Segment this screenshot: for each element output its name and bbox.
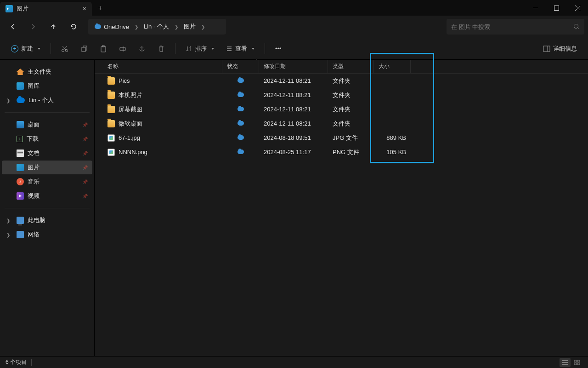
cloud-icon [237,78,244,83]
gallery-icon [17,82,24,90]
details-view-button[interactable] [560,358,571,367]
column-date[interactable]: 修改日期 [259,60,328,73]
close-tab-button[interactable]: × [83,5,86,12]
paste-button[interactable] [95,41,112,57]
pin-icon: 📌 [82,137,88,142]
file-name: 微软桌面 [119,120,142,128]
file-status [222,120,259,127]
back-button[interactable] [4,18,22,35]
file-name: 本机照片 [119,91,142,99]
file-row[interactable]: 本机照片2024-12-11 08:21文件夹 [95,88,588,102]
pictures-icon [17,164,24,171]
column-size[interactable]: 大小 [374,60,411,73]
svg-rect-6 [101,46,106,52]
view-button[interactable]: 查看 [221,41,259,57]
chevron-right-icon[interactable]: ❯ [6,232,10,237]
crumb-1[interactable]: Lin - 个人 [141,23,172,31]
file-type: PNG 文件 [328,148,374,156]
pc-icon [17,217,24,224]
column-headers: ˄ 名称 状态 修改日期 类型 大小 [95,60,588,74]
file-date: 2024-08-25 11:17 [259,149,328,155]
thumbnails-view-button[interactable] [571,358,582,367]
crumb-2[interactable]: 图片 [181,23,198,31]
toolbar: +新建 排序 查看 ••• 详细信息 [0,38,588,60]
delete-button[interactable] [153,41,170,57]
search-input[interactable] [451,23,573,30]
new-button[interactable]: +新建 [6,41,45,57]
rename-button[interactable] [114,41,131,57]
crumb-0[interactable]: OneDrive [104,23,129,30]
column-status[interactable]: 状态 [222,60,259,73]
sidebar-gallery[interactable]: 图库 [2,79,92,93]
view-toggle [560,358,582,367]
more-button[interactable]: ••• [271,41,286,57]
onedrive-icon [17,98,25,103]
file-status [222,149,259,155]
column-name[interactable]: 名称 [103,60,222,73]
file-row[interactable]: 67-1.jpg2024-08-18 09:51JPG 文件889 KB [95,131,588,145]
sidebar-downloads[interactable]: 下载📌 [2,132,92,146]
chevron-right-icon[interactable]: ❯ [6,98,10,103]
up-button[interactable] [44,18,62,35]
file-row[interactable]: NNNN.png2024-08-25 11:17PNG 文件105 KB [95,145,588,159]
svg-rect-12 [574,363,577,365]
share-button[interactable] [134,41,150,57]
file-status [222,77,259,84]
file-row[interactable]: Pics2024-12-11 08:21文件夹 [95,74,588,88]
forward-button[interactable] [24,18,42,35]
search-box[interactable] [447,19,584,34]
sidebar-thispc[interactable]: ❯此电脑 [2,213,92,227]
file-type: 文件夹 [328,105,374,114]
cloud-icon [237,121,244,126]
file-name: 屏幕截图 [119,105,142,114]
separator [5,112,90,113]
window-tab[interactable]: 图片 × [0,2,92,16]
file-name: 67-1.jpg [119,134,140,141]
column-type[interactable]: 类型 [328,60,374,73]
sidebar-onedrive[interactable]: ❯Lin - 个人 [2,93,92,107]
pin-icon: 📌 [82,122,88,127]
file-date: 2024-12-11 08:21 [259,77,328,84]
svg-rect-9 [543,46,550,52]
pin-icon: 📌 [82,151,88,156]
sidebar-documents[interactable]: 文档📌 [2,146,92,160]
sidebar-network[interactable]: ❯网络 [2,228,92,242]
cloud-icon [237,135,244,140]
sidebar-pictures[interactable]: 图片📌 [2,161,92,174]
cut-button[interactable] [57,41,73,57]
sort-button[interactable]: 排序 [181,41,219,57]
pin-icon: 📌 [82,179,88,184]
chevron-right-icon: ❯ [198,24,208,29]
file-status [222,134,259,141]
file-size: 105 KB [374,149,411,155]
file-status [222,106,259,113]
file-row[interactable]: 屏幕截图2024-12-11 08:21文件夹 [95,102,588,116]
chevron-right-icon[interactable]: ❯ [6,218,10,223]
close-button[interactable] [567,0,588,16]
home-icon [17,69,24,75]
sidebar-music[interactable]: 音乐📌 [2,175,92,189]
search-icon [573,23,580,30]
details-icon [543,46,550,52]
sidebar-videos[interactable]: 视频📌 [2,189,92,203]
refresh-button[interactable] [64,18,83,35]
folder-icon [107,120,115,127]
file-list: ˄ 名称 状态 修改日期 类型 大小 Pics2024-12-11 08:21文… [95,60,588,356]
sidebar-desktop[interactable]: 桌面📌 [2,118,92,132]
minimize-button[interactable] [525,0,546,16]
sidebar-home[interactable]: 主文件夹 [2,65,92,79]
details-pane-button[interactable]: 详细信息 [538,41,582,57]
sidebar: 主文件夹 图库 ❯Lin - 个人 桌面📌 下载📌 文档📌 图片📌 音乐📌 视频… [0,60,95,356]
file-rows: Pics2024-12-11 08:21文件夹本机照片2024-12-11 08… [95,74,588,356]
new-tab-button[interactable]: + [92,0,108,16]
separator [31,359,32,366]
copy-button[interactable] [76,41,92,57]
pin-icon: 📌 [82,194,88,199]
separator [175,43,175,54]
svg-rect-13 [577,363,580,365]
maximize-button[interactable] [546,0,567,16]
breadcrumb[interactable]: OneDrive ❯ Lin - 个人 ❯ 图片 ❯ [88,19,226,34]
svg-rect-10 [574,360,577,362]
separator [5,208,90,208]
file-row[interactable]: 微软桌面2024-12-11 08:21文件夹 [95,116,588,131]
